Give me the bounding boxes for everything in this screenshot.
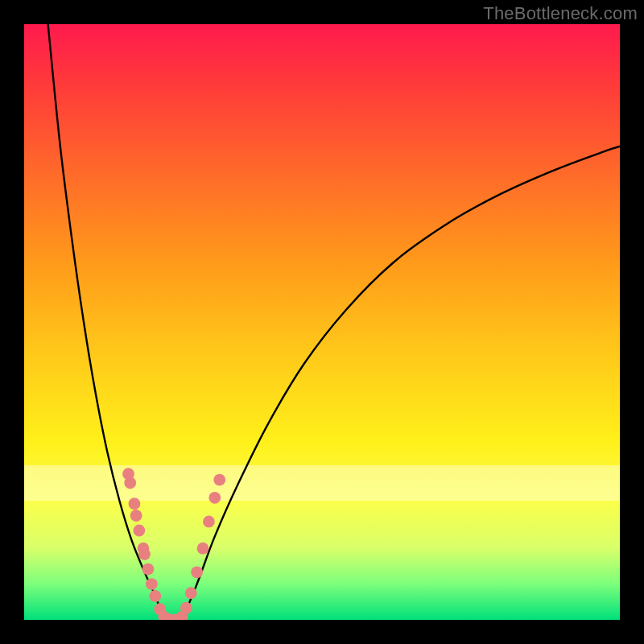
data-marker <box>197 543 209 555</box>
data-marker <box>180 602 192 614</box>
data-marker <box>133 525 145 537</box>
data-marker <box>185 587 197 599</box>
curve-left <box>48 24 164 620</box>
data-marker <box>124 477 136 489</box>
data-marker <box>130 510 142 522</box>
data-marker <box>191 566 203 578</box>
curve-layer <box>24 24 620 620</box>
data-marker <box>208 492 221 504</box>
data-marker <box>138 548 151 560</box>
data-marker <box>213 474 225 486</box>
data-marker <box>129 497 141 510</box>
data-marker <box>142 564 155 576</box>
chart-frame: TheBottleneck.com <box>0 0 644 644</box>
marker-group <box>122 468 225 620</box>
curve-right <box>182 147 620 620</box>
data-marker <box>149 590 161 602</box>
data-marker <box>203 516 215 528</box>
plot-area <box>24 24 620 620</box>
data-marker <box>146 578 158 590</box>
watermark-text: TheBottleneck.com <box>483 3 638 24</box>
